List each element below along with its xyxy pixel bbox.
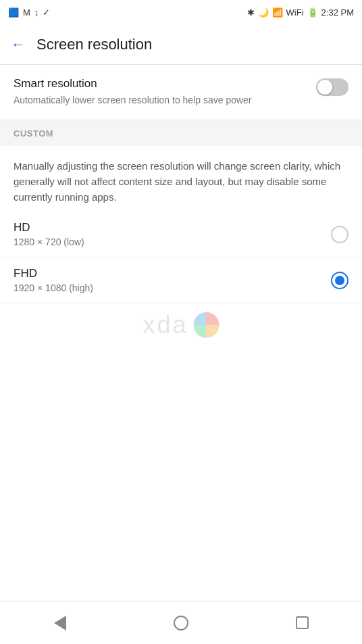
smart-resolution-title: Smart resolution xyxy=(14,77,305,91)
fhd-option-name: FHD xyxy=(14,267,93,280)
fhd-option-detail: 1920 × 1080 (high) xyxy=(14,282,93,293)
toolbar: ← Screen resolution xyxy=(0,24,362,65)
home-nav-icon[interactable] xyxy=(174,616,188,630)
status-bar-left: 🟦 M ↕ ✓ xyxy=(8,7,50,18)
navigation-bar xyxy=(0,601,362,644)
smart-resolution-toggle[interactable] xyxy=(316,78,348,96)
back-nav-icon[interactable] xyxy=(54,616,66,630)
fhd-resolution-option[interactable]: FHD 1920 × 1080 (high) xyxy=(0,257,362,303)
hd-radio-button[interactable] xyxy=(331,226,348,243)
notification-icon: 🟦 xyxy=(8,7,19,18)
smart-resolution-description: Automatically lower screen resolution to… xyxy=(14,94,305,107)
hd-option-text: HD 1280 × 720 (low) xyxy=(14,221,84,247)
hd-option-name: HD xyxy=(14,221,84,234)
back-button[interactable]: ← xyxy=(11,36,26,53)
watermark-text: xda xyxy=(143,311,188,339)
recents-nav-icon[interactable] xyxy=(296,616,309,629)
moon-icon: 🌙 xyxy=(258,7,269,18)
custom-description-block: Manually adjusting the screen resolution… xyxy=(0,146,362,212)
time-display: 2:32 PM xyxy=(321,7,354,18)
usb-icon: ↕ xyxy=(34,7,39,18)
watermark-logo xyxy=(194,312,219,338)
watermark: xda xyxy=(143,311,219,339)
custom-description-text: Manually adjusting the screen resolution… xyxy=(14,158,348,205)
toggle-knob xyxy=(317,80,332,95)
fhd-option-text: FHD 1920 × 1080 (high) xyxy=(14,267,93,293)
page-title: Screen resolution xyxy=(36,36,152,53)
content: Smart resolution Automatically lower scr… xyxy=(0,65,362,303)
status-bar: 🟦 M ↕ ✓ ✱ 🌙 📶 WiFi 🔋 2:32 PM xyxy=(0,0,362,24)
sim-icon: M xyxy=(23,7,30,18)
custom-section-label: CUSTOM xyxy=(14,128,53,139)
check-icon: ✓ xyxy=(43,7,50,18)
smart-resolution-setting: Smart resolution Automatically lower scr… xyxy=(0,65,362,120)
bluetooth-icon: ✱ xyxy=(247,7,255,18)
smart-resolution-text: Smart resolution Automatically lower scr… xyxy=(14,77,316,107)
hd-resolution-option[interactable]: HD 1280 × 720 (low) xyxy=(0,212,362,257)
fhd-radio-button[interactable] xyxy=(331,272,348,289)
hd-option-detail: 1280 × 720 (low) xyxy=(14,237,84,247)
status-bar-right: ✱ 🌙 📶 WiFi 🔋 2:32 PM xyxy=(247,7,354,18)
battery-icon: 🔋 xyxy=(307,7,318,18)
custom-section-header: CUSTOM xyxy=(0,120,362,146)
wifi-icon: WiFi xyxy=(286,7,304,18)
signal-icon: 📶 xyxy=(272,7,283,18)
